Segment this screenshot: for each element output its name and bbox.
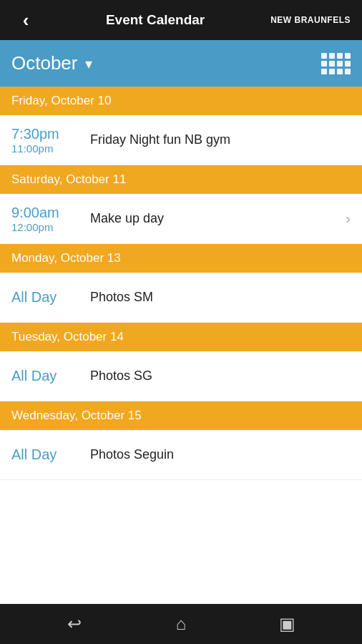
event-title: Make up day [90, 211, 340, 226]
grid-dot [345, 61, 351, 67]
event-start-time: All Day [11, 368, 90, 384]
day-header-text: Wednesday, October 15 [11, 409, 142, 422]
home-nav-icon: ⌂ [176, 614, 187, 634]
event-start-time: All Day [11, 289, 90, 306]
month-label: October [11, 52, 78, 74]
event-row[interactable]: All DayPhotos SM [0, 273, 362, 323]
event-start-time: All Day [11, 447, 90, 463]
day-header-text: Saturday, October 11 [11, 172, 126, 186]
home-nav-button[interactable]: ⌂ [163, 610, 199, 638]
grid-dot [321, 53, 327, 59]
bottom-nav-bar: ↩ ⌂ ▣ [0, 604, 362, 644]
recent-nav-icon: ▣ [279, 614, 295, 634]
back-nav-button[interactable]: ↩ [57, 610, 92, 638]
back-arrow-icon: ‹ [23, 11, 29, 29]
day-header: Wednesday, October 15 [0, 401, 362, 430]
event-title: Photos SM [90, 290, 351, 305]
page-title: Event Calendar [40, 12, 270, 28]
location-label: NEW BRAUNFELS [270, 15, 351, 25]
grid-dot [329, 69, 335, 74]
day-header-text: Tuesday, October 14 [11, 330, 124, 343]
recent-nav-button[interactable]: ▣ [270, 610, 305, 638]
event-title: Friday Night fun NB gym [90, 132, 351, 147]
event-title: Photos Seguin [90, 447, 351, 462]
day-header: Tuesday, October 14 [0, 323, 362, 351]
grid-dot [337, 69, 343, 74]
day-header: Friday, October 10 [0, 87, 362, 115]
event-time-block: 7:30pm11:00pm [11, 126, 90, 155]
grid-dot [337, 53, 343, 59]
grid-dot [329, 53, 335, 59]
event-row[interactable]: All DayPhotos SG [0, 351, 362, 401]
top-bar: ‹ Event Calendar NEW BRAUNFELS [0, 0, 362, 40]
event-row[interactable]: All DayPhotos Seguin [0, 430, 362, 480]
event-time-block: All Day [11, 447, 90, 463]
event-row[interactable]: 9:00am12:00pmMake up day› [0, 194, 362, 244]
day-header: Monday, October 13 [0, 244, 362, 273]
month-bar: October ▾ [0, 40, 362, 87]
day-header-text: Friday, October 10 [11, 94, 112, 107]
event-time-block: 9:00am12:00pm [11, 205, 90, 233]
day-header: Saturday, October 11 [0, 165, 362, 194]
event-row[interactable]: 7:30pm11:00pmFriday Night fun NB gym [0, 115, 362, 165]
chevron-down-icon: ▾ [85, 55, 92, 72]
back-button[interactable]: ‹ [11, 6, 40, 34]
event-end-time: 11:00pm [11, 142, 90, 155]
event-start-time: 7:30pm [11, 126, 90, 142]
event-time-block: All Day [11, 368, 90, 384]
event-title: Photos SG [90, 369, 351, 384]
event-end-time: 12:00pm [11, 221, 90, 233]
grid-dot [321, 61, 327, 67]
grid-dot [345, 69, 351, 74]
grid-dot [345, 53, 351, 59]
grid-dot [337, 61, 343, 67]
calendar-content: Friday, October 107:30pm11:00pmFriday Ni… [0, 87, 362, 604]
event-time-block: All Day [11, 289, 90, 306]
grid-dot [321, 69, 327, 74]
month-selector[interactable]: October ▾ [11, 52, 92, 74]
back-nav-icon: ↩ [67, 614, 82, 634]
chevron-right-icon: › [346, 210, 351, 227]
day-header-text: Monday, October 13 [11, 251, 121, 265]
grid-dot [329, 61, 335, 67]
grid-view-button[interactable] [321, 53, 351, 74]
event-start-time: 9:00am [11, 205, 90, 221]
